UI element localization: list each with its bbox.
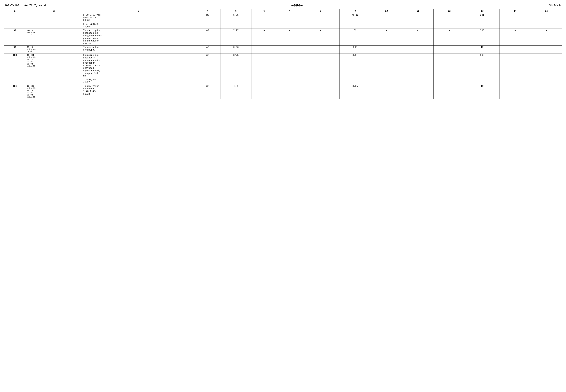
col9-cell <box>340 22 371 29</box>
col5-cell: 5,35 <box>220 13 252 22</box>
th-4: 4 <box>195 9 220 13</box>
col7-cell: – <box>277 54 302 78</box>
th-14: 14 <box>499 9 531 13</box>
col3-cell: То же, трубо-проводовI,48+1,45хх1,22 <box>82 84 195 99</box>
table-row: I00I9-I9Iтабл.28--II-кПр-нт01-02табл.29П… <box>4 54 562 78</box>
th-9: 9 <box>340 9 371 13</box>
col1-cell <box>4 13 26 22</box>
col5-cell <box>220 78 252 84</box>
col4-cell: м3 <box>195 29 220 45</box>
th-2: 2 <box>26 9 82 13</box>
col4-cell: м2 <box>195 54 220 78</box>
col3-cell: ь 20-0,5, тол-шина матов80 мм <box>82 13 195 22</box>
col12-cell: – <box>433 45 465 54</box>
col11-cell <box>402 22 433 29</box>
col12-cell: – <box>433 54 465 78</box>
table-row: 99I9-46табл.28--3-бТо же, асбо-пухшнуром… <box>4 45 562 54</box>
col15-cell: – <box>531 13 562 22</box>
header-left: 903-I-198 . Ал.I2.I, кн.4 <box>4 4 46 7</box>
th-10: 10 <box>371 9 402 13</box>
col6-cell <box>252 22 277 29</box>
col6-cell <box>252 78 277 84</box>
col15-cell: – <box>531 45 562 54</box>
col4-cell: м3 <box>195 45 220 54</box>
col2-cell <box>26 13 82 22</box>
col6-cell: – <box>252 84 277 99</box>
col9-cell <box>340 78 371 84</box>
col8-cell: – <box>302 45 340 54</box>
col11-cell: – <box>402 13 433 22</box>
col8-cell <box>302 78 340 84</box>
col3-cell: Покрытие по-верхностиизоляции обо-рудова… <box>82 54 195 78</box>
col12-cell: – <box>433 13 465 22</box>
col1-cell: I0I <box>4 84 26 99</box>
col6-cell: – <box>252 45 277 54</box>
th-6: 6 <box>252 9 277 13</box>
col13-cell: I9 <box>465 84 499 99</box>
col1-cell <box>4 22 26 29</box>
header-right: 18454-34 <box>548 4 562 7</box>
col14-cell <box>499 78 531 84</box>
col8-cell: – <box>302 13 340 22</box>
col14-cell: – <box>499 54 531 78</box>
col14-cell: – <box>499 45 531 54</box>
col15-cell: – <box>531 29 562 45</box>
col12-cell: – <box>433 29 465 45</box>
col9-cell: 45,I2 <box>340 13 371 22</box>
col14-cell <box>499 22 531 29</box>
col9-cell: 62 <box>340 29 371 45</box>
col3-cell: 5,57+32х1,2хх1,03 <box>82 22 195 29</box>
col10-cell: – <box>371 13 402 22</box>
col8-cell <box>302 22 340 29</box>
col7-cell: – <box>277 29 302 45</box>
th-7: 7 <box>277 9 302 13</box>
col4-cell <box>195 22 220 29</box>
col12-cell <box>433 78 465 84</box>
table-row: I,44+1,45хх1,22 <box>4 78 562 84</box>
th-13: 13 <box>465 9 499 13</box>
col11-cell <box>402 78 433 84</box>
col11-cell: – <box>402 29 433 45</box>
col1-cell <box>4 78 26 84</box>
col13-cell: 265 <box>465 54 499 78</box>
col8-cell: – <box>302 84 340 99</box>
col1-cell: I00 <box>4 54 26 78</box>
col4-cell <box>195 78 220 84</box>
col7-cell: – <box>277 45 302 54</box>
table-row: I0II9-I86табл.28--II-впр-нт01-02табл.29Т… <box>4 84 562 99</box>
col5-cell <box>220 22 252 29</box>
main-table: 1 2 3 4 5 6 7 8 9 10 11 12 13 14 15 ь 20… <box>4 9 562 99</box>
col12-cell: – <box>433 84 465 99</box>
col2-cell: I9-I86табл.28--II-впр-нт01-02табл.29 <box>26 84 82 99</box>
th-5: 5 <box>220 9 252 13</box>
col13-cell: I06 <box>465 29 499 45</box>
table-row: 5,57+32х1,2хх1,03 <box>4 22 562 29</box>
col2-cell: I9-25табл.28--2-г- <box>26 29 82 45</box>
col9-cell: 3,2I <box>340 54 371 78</box>
col5-cell: 5,8 <box>220 84 252 99</box>
col14-cell: – <box>499 84 531 99</box>
col13-cell: 24I <box>465 13 499 22</box>
col7-cell <box>277 78 302 84</box>
col13-cell <box>465 22 499 29</box>
th-11: 11 <box>402 9 433 13</box>
col10-cell: – <box>371 54 402 78</box>
table-row: 98I9-25табл.28--2-г-То же, трубо-проводо… <box>4 29 562 45</box>
col5-cell: I,7I <box>220 29 252 45</box>
col5-cell: 82,5 <box>220 54 252 78</box>
col10-cell: – <box>371 45 402 54</box>
col2-cell: I9-46табл.28--3-б <box>26 45 82 54</box>
col14-cell: – <box>499 29 531 45</box>
header-row: 1 2 3 4 5 6 7 8 9 10 11 12 13 14 15 <box>4 9 562 13</box>
col6-cell: – <box>252 54 277 78</box>
col7-cell <box>277 22 302 29</box>
col13-cell: I2 <box>465 45 499 54</box>
col7-cell: – <box>277 84 302 99</box>
col15-cell <box>531 78 562 84</box>
col2-cell: I9-I9Iтабл.28--II-кПр-нт01-02табл.29 <box>26 54 82 78</box>
col2-cell <box>26 78 82 84</box>
col2-cell <box>26 22 82 29</box>
col1-cell: 99 <box>4 45 26 54</box>
col15-cell: – <box>531 84 562 99</box>
col10-cell: – <box>371 29 402 45</box>
